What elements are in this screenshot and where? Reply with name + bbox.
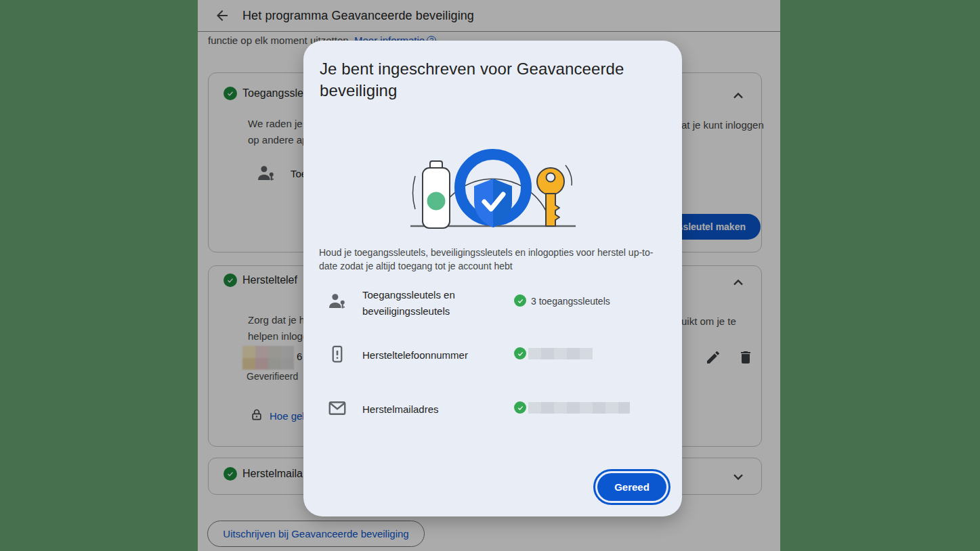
enrolled-dialog: Je bent ingeschreven voor Geavanceerde b… (303, 41, 682, 516)
row-status: 3 toegangssleutels (531, 296, 610, 307)
row-label: Hersteltelefoonnummer (362, 347, 468, 363)
phone-alert-icon (327, 344, 347, 364)
passkey-person-icon (327, 291, 347, 311)
row-label: Toegangssleutels en beveiligingssleutels (362, 287, 505, 319)
dialog-description: Houd je toegangssleutels, beveiligingssl… (319, 246, 668, 273)
check-circle-icon (514, 347, 526, 359)
security-illustration (405, 130, 581, 235)
done-button[interactable]: Gereed (597, 473, 666, 501)
dialog-title: Je bent ingeschreven voor Geavanceerde b… (320, 58, 638, 102)
row-label: Herstelmailadres (362, 401, 439, 418)
mail-icon (327, 398, 347, 418)
check-circle-icon (514, 401, 526, 414)
redacted-email (528, 402, 630, 414)
redacted-phone-number (528, 348, 593, 359)
advanced-protection-page: Het programma Geavanceerde beveiliging f… (198, 0, 780, 551)
check-circle-icon (514, 294, 526, 307)
